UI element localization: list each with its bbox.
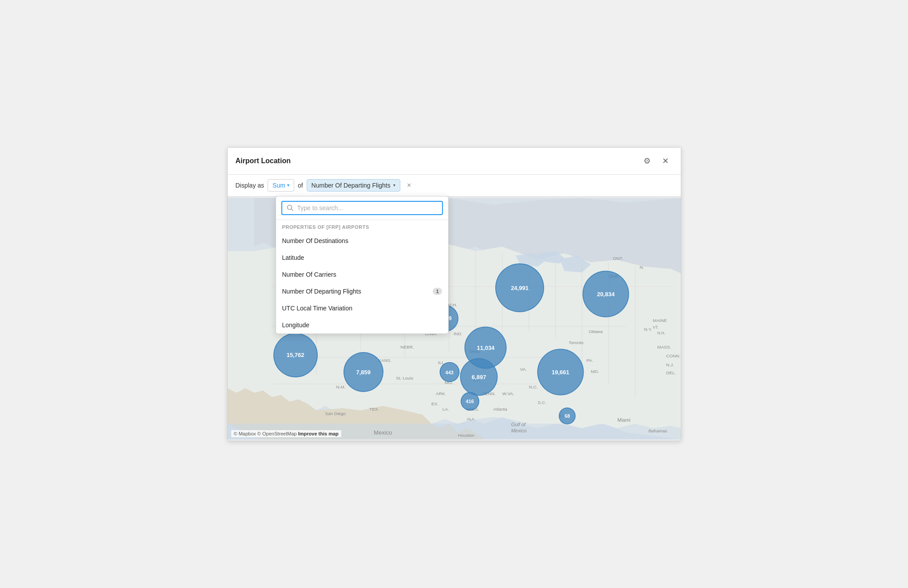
airport-bubble[interactable]: 19,661 <box>537 349 584 396</box>
menu-item-label: UTC Local Time Variation <box>282 305 352 312</box>
svg-line-1 <box>291 209 293 211</box>
toolbar: Display as Sum ▾ of Number Of Departing … <box>228 175 681 196</box>
field-dropdown[interactable]: Number Of Departing Flights ▾ <box>307 179 400 192</box>
close-button[interactable]: ✕ <box>659 154 673 168</box>
menu-item[interactable]: Number Of Carriers <box>276 266 448 283</box>
close-icon: ✕ <box>662 156 669 166</box>
clear-icon: × <box>407 181 411 189</box>
bubble-label: 15,762 <box>287 352 304 358</box>
menu-item-label: Number Of Destinations <box>282 237 348 244</box>
bubble-label: 19,661 <box>552 369 569 376</box>
window-title: Airport Location <box>236 157 291 165</box>
menu-item-label: Latitude <box>282 254 304 261</box>
map-attribution: © Mapbox © OpenStreetMap Improve this ma… <box>231 430 341 437</box>
attribution-text: © Mapbox © OpenStreetMap <box>234 431 298 436</box>
title-bar-actions: ⚙ ✕ <box>640 154 673 168</box>
search-icon <box>287 204 294 212</box>
menu-item-label: Number Of Departing Flights <box>282 288 361 295</box>
bubble-label: 20,834 <box>597 290 615 297</box>
bubble-label: 11,034 <box>477 345 495 351</box>
chevron-down-icon: ▾ <box>287 183 289 188</box>
display-as-label: Display as <box>236 182 265 189</box>
airport-bubble[interactable]: 443 <box>439 362 459 382</box>
clear-button[interactable]: × <box>404 180 415 191</box>
menu-item[interactable]: Longitude <box>276 317 448 333</box>
bubble-label: 7,859 <box>356 369 371 376</box>
bubble-label: 443 <box>446 369 454 375</box>
search-input[interactable] <box>297 204 438 212</box>
chevron-down-icon-field: ▾ <box>393 183 395 188</box>
bubble-label: 68 <box>565 413 570 419</box>
airport-bubble[interactable]: 6,897 <box>460 358 498 396</box>
menu-item-badge: 1 <box>433 288 442 295</box>
improve-map-link[interactable]: Improve this map <box>298 431 339 436</box>
menu-item-label: Number Of Carriers <box>282 271 336 278</box>
sum-dropdown[interactable]: Sum ▾ <box>268 179 294 192</box>
airport-bubble[interactable]: 24,991 <box>495 263 544 312</box>
airport-bubble[interactable]: 68 <box>559 408 576 424</box>
search-box <box>276 196 448 220</box>
gear-icon: ⚙ <box>643 156 651 166</box>
settings-button[interactable]: ⚙ <box>640 154 654 168</box>
airport-bubble[interactable]: 7,859 <box>343 352 383 392</box>
section-header: PROPERTIES OF [FRP] AIRPORTS <box>276 220 448 232</box>
title-bar: Airport Location ⚙ ✕ <box>228 148 681 175</box>
main-window: Airport Location ⚙ ✕ Display as Sum ▾ of… <box>227 147 681 441</box>
bubble-label: 24,991 <box>511 285 529 291</box>
menu-item[interactable]: Latitude <box>276 249 448 266</box>
search-input-wrap <box>281 201 443 215</box>
airport-bubble[interactable]: 416 <box>461 392 479 411</box>
bubble-label: 416 <box>466 399 474 404</box>
sum-label: Sum <box>272 182 285 189</box>
menu-item[interactable]: Number Of Departing Flights1 <box>276 283 448 300</box>
of-label: of <box>298 182 303 189</box>
menu-item[interactable]: UTC Local Time Variation <box>276 300 448 317</box>
property-list: Number Of DestinationsLatitudeNumber Of … <box>276 232 448 333</box>
airport-bubble[interactable]: 20,834 <box>583 270 629 317</box>
menu-item-label: Longitude <box>282 321 310 329</box>
airport-bubble[interactable]: 15,762 <box>273 333 318 377</box>
property-dropdown-menu: PROPERTIES OF [FRP] AIRPORTS Number Of D… <box>276 196 449 334</box>
bubble-label: 6,897 <box>472 374 486 380</box>
field-label: Number Of Departing Flights <box>312 182 391 189</box>
menu-item[interactable]: Number Of Destinations <box>276 232 448 249</box>
